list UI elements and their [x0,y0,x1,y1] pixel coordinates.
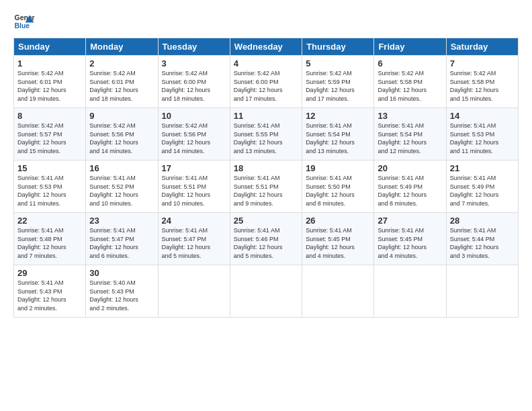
svg-text:Blue: Blue [15,22,30,30]
day-number: 27 [378,216,442,226]
weekday-header-thursday: Thursday [302,38,374,56]
day-info: Sunrise: 5:41 AM Sunset: 5:51 PM Dayligh… [162,174,226,208]
logo: General Blue [13,11,35,32]
day-info: Sunrise: 5:41 AM Sunset: 5:45 PM Dayligh… [306,226,370,260]
calendar-cell: 29Sunrise: 5:41 AM Sunset: 5:43 PM Dayli… [14,265,86,318]
calendar-cell: 15Sunrise: 5:41 AM Sunset: 5:53 PM Dayli… [14,161,86,213]
day-info: Sunrise: 5:41 AM Sunset: 5:50 PM Dayligh… [306,174,370,208]
calendar-cell: 8Sunrise: 5:42 AM Sunset: 5:57 PM Daylig… [14,108,86,161]
day-number: 22 [17,216,82,226]
day-info: Sunrise: 5:41 AM Sunset: 5:45 PM Dayligh… [378,226,442,260]
day-info: Sunrise: 5:41 AM Sunset: 5:53 PM Dayligh… [17,174,82,208]
day-info: Sunrise: 5:42 AM Sunset: 6:00 PM Dayligh… [234,69,298,103]
day-info: Sunrise: 5:41 AM Sunset: 5:49 PM Dayligh… [450,174,515,208]
day-info: Sunrise: 5:42 AM Sunset: 5:58 PM Dayligh… [450,69,515,103]
calendar-cell: 10Sunrise: 5:42 AM Sunset: 5:56 PM Dayli… [158,108,230,161]
day-info: Sunrise: 5:42 AM Sunset: 5:56 PM Dayligh… [162,122,226,155]
day-info: Sunrise: 5:42 AM Sunset: 5:59 PM Dayligh… [306,69,370,103]
calendar-table: SundayMondayTuesdayWednesdayThursdayFrid… [13,38,519,318]
day-number: 1 [17,58,82,68]
calendar-cell: 12Sunrise: 5:41 AM Sunset: 5:54 PM Dayli… [302,108,374,161]
calendar-cell: 27Sunrise: 5:41 AM Sunset: 5:45 PM Dayli… [374,213,446,265]
calendar-cell: 5Sunrise: 5:42 AM Sunset: 5:59 PM Daylig… [302,56,374,108]
day-number: 28 [450,216,515,226]
day-number: 6 [378,58,442,68]
day-number: 15 [17,163,82,173]
weekday-header-sunday: Sunday [14,38,86,56]
day-number: 26 [306,216,370,226]
calendar-cell: 11Sunrise: 5:41 AM Sunset: 5:55 PM Dayli… [230,108,302,161]
day-number: 9 [89,111,154,121]
weekday-header-monday: Monday [86,38,158,56]
day-info: Sunrise: 5:42 AM Sunset: 5:56 PM Dayligh… [89,122,154,155]
day-number: 24 [162,216,226,226]
day-number: 12 [306,111,370,121]
day-info: Sunrise: 5:41 AM Sunset: 5:54 PM Dayligh… [378,122,442,155]
calendar-cell [158,265,230,318]
weekday-header-wednesday: Wednesday [230,38,302,56]
day-info: Sunrise: 5:41 AM Sunset: 5:44 PM Dayligh… [450,226,515,260]
day-number: 17 [162,163,226,173]
calendar-cell [446,265,518,318]
day-number: 21 [450,163,515,173]
day-number: 19 [306,163,370,173]
calendar-cell: 16Sunrise: 5:41 AM Sunset: 5:52 PM Dayli… [86,161,158,213]
calendar-cell: 28Sunrise: 5:41 AM Sunset: 5:44 PM Dayli… [446,213,518,265]
day-info: Sunrise: 5:41 AM Sunset: 5:48 PM Dayligh… [17,226,82,260]
day-number: 18 [234,163,298,173]
header: General Blue [13,11,519,32]
calendar-cell: 19Sunrise: 5:41 AM Sunset: 5:50 PM Dayli… [302,161,374,213]
day-info: Sunrise: 5:42 AM Sunset: 6:00 PM Dayligh… [162,69,226,103]
weekday-header-friday: Friday [374,38,446,56]
calendar-cell: 7Sunrise: 5:42 AM Sunset: 5:58 PM Daylig… [446,56,518,108]
calendar-cell: 1Sunrise: 5:42 AM Sunset: 6:01 PM Daylig… [14,56,86,108]
day-info: Sunrise: 5:42 AM Sunset: 5:57 PM Dayligh… [17,122,82,155]
day-info: Sunrise: 5:41 AM Sunset: 5:53 PM Dayligh… [450,122,515,155]
calendar-cell: 26Sunrise: 5:41 AM Sunset: 5:45 PM Dayli… [302,213,374,265]
day-number: 7 [450,58,515,68]
day-number: 14 [450,111,515,121]
calendar-cell: 18Sunrise: 5:41 AM Sunset: 5:51 PM Dayli… [230,161,302,213]
day-info: Sunrise: 5:41 AM Sunset: 5:46 PM Dayligh… [234,226,298,260]
day-info: Sunrise: 5:41 AM Sunset: 5:54 PM Dayligh… [306,122,370,155]
logo-icon: General Blue [13,11,35,32]
day-number: 20 [378,163,442,173]
calendar-cell: 6Sunrise: 5:42 AM Sunset: 5:58 PM Daylig… [374,56,446,108]
day-info: Sunrise: 5:41 AM Sunset: 5:52 PM Dayligh… [89,174,154,208]
day-info: Sunrise: 5:41 AM Sunset: 5:47 PM Dayligh… [162,226,226,260]
calendar-cell: 25Sunrise: 5:41 AM Sunset: 5:46 PM Dayli… [230,213,302,265]
calendar-cell [374,265,446,318]
weekday-header-tuesday: Tuesday [158,38,230,56]
weekday-header-saturday: Saturday [446,38,518,56]
calendar-cell: 4Sunrise: 5:42 AM Sunset: 6:00 PM Daylig… [230,56,302,108]
day-number: 2 [89,58,154,68]
calendar-cell: 3Sunrise: 5:42 AM Sunset: 6:00 PM Daylig… [158,56,230,108]
day-info: Sunrise: 5:41 AM Sunset: 5:51 PM Dayligh… [234,174,298,208]
calendar-cell: 22Sunrise: 5:41 AM Sunset: 5:48 PM Dayli… [14,213,86,265]
day-info: Sunrise: 5:42 AM Sunset: 5:58 PM Dayligh… [378,69,442,103]
day-info: Sunrise: 5:42 AM Sunset: 6:01 PM Dayligh… [17,69,82,103]
calendar-cell: 24Sunrise: 5:41 AM Sunset: 5:47 PM Dayli… [158,213,230,265]
day-number: 4 [234,58,298,68]
calendar-cell: 20Sunrise: 5:41 AM Sunset: 5:49 PM Dayli… [374,161,446,213]
day-info: Sunrise: 5:41 AM Sunset: 5:49 PM Dayligh… [378,174,442,208]
day-number: 23 [89,216,154,226]
day-number: 5 [306,58,370,68]
day-number: 16 [89,163,154,173]
day-number: 25 [234,216,298,226]
calendar-page: General Blue SundayMondayTuesdayWednesda… [0,0,532,411]
day-number: 10 [162,111,226,121]
calendar-cell: 21Sunrise: 5:41 AM Sunset: 5:49 PM Dayli… [446,161,518,213]
calendar-cell [230,265,302,318]
day-info: Sunrise: 5:42 AM Sunset: 6:01 PM Dayligh… [89,69,154,103]
calendar-cell: 17Sunrise: 5:41 AM Sunset: 5:51 PM Dayli… [158,161,230,213]
day-info: Sunrise: 5:41 AM Sunset: 5:55 PM Dayligh… [234,122,298,155]
calendar-cell: 2Sunrise: 5:42 AM Sunset: 6:01 PM Daylig… [86,56,158,108]
day-info: Sunrise: 5:41 AM Sunset: 5:43 PM Dayligh… [17,279,82,312]
calendar-cell: 13Sunrise: 5:41 AM Sunset: 5:54 PM Dayli… [374,108,446,161]
day-number: 8 [17,111,82,121]
day-number: 30 [89,268,154,278]
day-info: Sunrise: 5:41 AM Sunset: 5:47 PM Dayligh… [89,226,154,260]
day-number: 3 [162,58,226,68]
day-number: 29 [17,268,82,278]
